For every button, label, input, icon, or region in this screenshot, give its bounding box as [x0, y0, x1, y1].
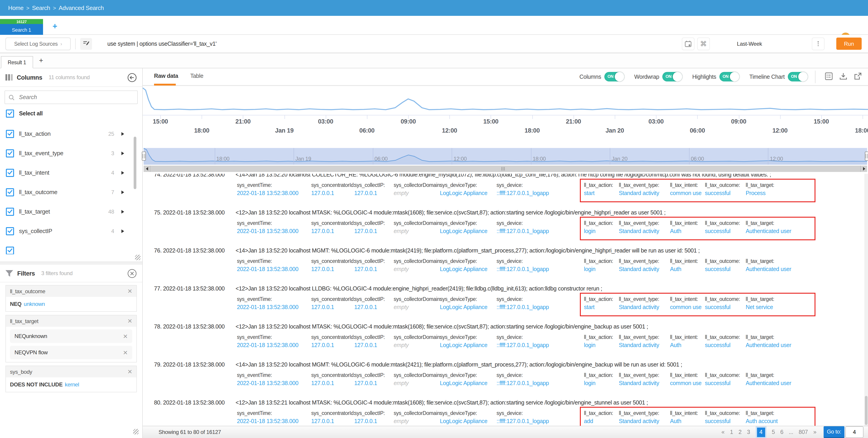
tab-search-1[interactable]: 16127 Search 1 — [0, 19, 43, 35]
field-value[interactable]: 2022-01-18 13:52:38.000 — [237, 342, 299, 348]
field-value[interactable]: Authenticated user — [746, 228, 791, 234]
log-entry[interactable]: 77. 2022-01-18 13:52:38.000<12>Jan 18 13… — [143, 285, 864, 324]
log-vertical-scrollbar[interactable] — [864, 174, 868, 426]
remove-filter-icon[interactable]: ✕ — [127, 288, 132, 295]
field-value[interactable]: Standard activity — [619, 228, 659, 234]
expand-caret-icon[interactable] — [121, 151, 124, 155]
field-value[interactable]: 127.0.0.1 — [354, 228, 385, 234]
field-value[interactable]: LogLogic Appliance — [440, 190, 488, 196]
field-value[interactable]: successful — [705, 228, 740, 234]
page-item[interactable]: 807 — [799, 429, 808, 435]
edit-query-icon[interactable] — [80, 38, 92, 49]
field-value[interactable]: ::ffff:127.0.0.1_logapp — [497, 266, 549, 272]
field-value[interactable]: Standard activity — [619, 342, 659, 348]
query-input[interactable]: use system | options useClassifier='ll_t… — [107, 40, 217, 47]
column-checkbox[interactable] — [6, 188, 14, 196]
column-checkbox[interactable] — [6, 227, 14, 235]
tab-result-1[interactable]: Result 1 — [1, 56, 33, 68]
expand-caret-icon[interactable] — [121, 210, 124, 213]
page-item[interactable]: 2 — [738, 429, 742, 435]
remove-filter-icon[interactable]: ✕ — [127, 317, 132, 325]
field-value[interactable]: ::ffff:127.0.0.1_logapp — [497, 342, 549, 348]
toggle-switch-timeline-chart[interactable]: ON — [788, 72, 808, 81]
clear-filters-icon[interactable] — [127, 269, 137, 278]
field-value[interactable]: Process — [746, 190, 774, 196]
field-value[interactable]: login — [584, 266, 613, 272]
field-value[interactable]: 2022-01-18 13:52:38.000 — [237, 304, 299, 310]
columns-resize-handle[interactable] — [135, 255, 141, 260]
log-entry[interactable]: 74. 2022-01-18 13:52:38.000<14>Jan 18 13… — [143, 174, 864, 209]
calendar-icon[interactable] — [682, 37, 694, 50]
field-value[interactable]: Standard activity — [619, 380, 659, 386]
page-item[interactable]: 5 — [772, 429, 775, 435]
field-value[interactable]: login — [584, 342, 613, 348]
toggle-switch-wordwrap[interactable]: ON — [662, 72, 682, 81]
page-item[interactable]: » — [813, 429, 816, 435]
field-value[interactable]: successful — [705, 342, 740, 348]
goto-page-button[interactable]: Go to: — [824, 426, 844, 438]
download-icon[interactable] — [839, 72, 847, 82]
field-value[interactable]: 127.0.0.1 — [354, 380, 385, 386]
expand-caret-icon[interactable] — [121, 229, 124, 233]
field-value[interactable]: common use — [670, 304, 702, 310]
column-checkbox[interactable] — [6, 169, 14, 177]
log-entry[interactable]: 79. 2022-01-18 13:52:38.000<14>Jan 18 13… — [143, 362, 864, 400]
log-entry[interactable]: 80. 2022-01-18 13:52:38.000<12>Jan 18 13… — [143, 400, 864, 426]
page-item[interactable]: ... — [789, 429, 793, 435]
field-value[interactable]: 127.0.0.1 — [311, 304, 355, 310]
page-item[interactable]: « — [721, 429, 724, 435]
field-value[interactable]: common use — [670, 190, 702, 196]
horizontal-scrollbar[interactable] — [144, 166, 867, 172]
log-entry[interactable]: 75. 2022-01-18 13:52:38.000<12>Jan 18 13… — [143, 209, 864, 247]
timeline-brush[interactable]: 18:00Jan 1906:0012:0018:00Jan 2006:0012:… — [144, 148, 867, 165]
brush-handle-right[interactable] — [865, 151, 868, 161]
field-value[interactable]: Authenticated user — [746, 342, 791, 348]
expand-caret-icon[interactable] — [121, 190, 124, 194]
field-value[interactable]: start — [584, 304, 613, 310]
field-value[interactable]: LogLogic Appliance — [440, 342, 488, 348]
command-icon[interactable]: ⌘ — [697, 37, 710, 50]
column-list-scrollbar[interactable] — [134, 137, 136, 189]
tab-raw-data[interactable]: Raw data — [154, 73, 178, 79]
query-info-icon[interactable] — [812, 37, 825, 50]
filter-condition[interactable]: NEQ VPN flow✕ — [10, 346, 132, 359]
filter-condition[interactable]: NEQ unknown — [6, 297, 136, 311]
add-search-tab-button[interactable]: + — [53, 22, 57, 30]
field-value[interactable]: 2022-01-18 13:52:38.000 — [237, 190, 299, 196]
toggle-switch-highlights[interactable]: ON — [719, 72, 739, 81]
field-value[interactable]: Standard activity — [619, 418, 659, 425]
open-external-icon[interactable] — [854, 72, 862, 82]
field-value[interactable]: 127.0.0.1 — [354, 304, 385, 310]
field-value[interactable]: 127.0.0.1 — [311, 380, 355, 386]
scroll-right-arrow[interactable] — [860, 166, 867, 172]
column-search-input[interactable] — [18, 94, 111, 101]
field-value[interactable]: Net service — [746, 304, 774, 310]
remove-condition-icon[interactable]: ✕ — [123, 333, 128, 340]
field-value[interactable]: 127.0.0.1 — [311, 190, 355, 196]
filter-condition[interactable]: DOES NOT INCLUDE kernel — [6, 377, 136, 392]
breadcrumb-item-0[interactable]: Home — [8, 4, 24, 11]
column-list-item[interactable] — [0, 241, 142, 254]
column-checkbox[interactable] — [6, 207, 14, 215]
field-value[interactable]: 2022-01-18 13:52:38.000 — [237, 418, 299, 425]
goto-page-input[interactable] — [845, 426, 864, 438]
tab-table[interactable]: Table — [190, 73, 204, 79]
field-value[interactable]: LogLogic Appliance — [440, 304, 488, 310]
filter-value[interactable]: unknown — [24, 301, 45, 307]
field-value[interactable]: Auth account — [746, 418, 778, 425]
select-all-checkbox[interactable] — [6, 109, 14, 117]
field-value[interactable]: 127.0.0.1 — [354, 418, 385, 425]
log-entry[interactable]: 76. 2022-01-18 13:52:38.000<14>Jan 18 13… — [143, 247, 864, 285]
field-value[interactable]: Auth — [670, 266, 698, 272]
add-result-tab-button[interactable]: + — [39, 57, 43, 65]
breadcrumb-item-1[interactable]: Search — [32, 4, 50, 11]
field-value[interactable]: 2022-01-18 13:52:38.000 — [237, 266, 299, 272]
field-value[interactable]: 127.0.0.1 — [311, 418, 355, 425]
run-button[interactable]: Run — [836, 38, 862, 50]
field-value[interactable]: 127.0.0.1 — [354, 266, 385, 272]
field-value[interactable]: ::ffff:127.0.0.1_logapp — [497, 228, 549, 234]
details-view-icon[interactable] — [825, 72, 833, 82]
field-value[interactable]: Auth — [670, 342, 698, 348]
field-value[interactable]: Auth — [670, 228, 698, 234]
timeline-chart[interactable] — [143, 87, 868, 115]
